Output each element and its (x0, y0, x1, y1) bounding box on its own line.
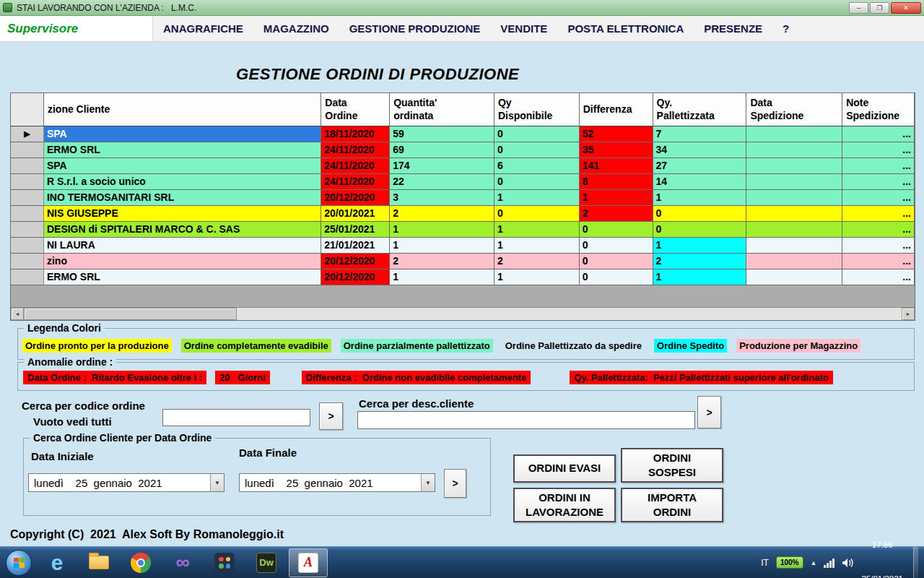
cell-qy-disponibile[interactable]: 0 (494, 126, 580, 142)
menu-help[interactable]: ? (772, 16, 799, 41)
cell-data-spedizione[interactable] (746, 174, 842, 190)
header-cliente[interactable]: zione Cliente (44, 93, 321, 126)
table-row[interactable]: ERMO SRL 24/11/2020 69 0 35 34 ... (11, 142, 915, 158)
cell-qy-disponibile[interactable]: 0 (494, 206, 580, 222)
cell-differenza[interactable]: 0 (580, 222, 653, 238)
table-row[interactable]: R S.r.l. a socio unico 24/11/2020 22 0 8… (11, 174, 915, 190)
cell-data-spedizione[interactable] (746, 222, 842, 238)
menu-posta-elettronica[interactable]: POSTA ELETTRONICA (557, 16, 694, 41)
chrome-icon[interactable] (121, 548, 160, 577)
header-quantita-ordinata[interactable]: Quantita' ordinata (390, 93, 494, 126)
row-header[interactable] (11, 254, 44, 269)
cell-client[interactable]: SPA (44, 158, 321, 174)
edge-icon[interactable]: e (38, 548, 77, 577)
search-code-button[interactable]: > (319, 402, 343, 430)
cell-qta-ordinata[interactable]: 22 (390, 174, 494, 190)
cell-differenza[interactable]: 0 (580, 238, 653, 254)
dreamweaver-icon[interactable]: Dw (247, 548, 286, 577)
importa-ordini-button[interactable]: IMPORTA ORDINI (621, 488, 723, 522)
table-row[interactable]: ERMO SRL 20/12/2020 1 1 0 1 ... (11, 269, 915, 285)
cell-data-spedizione[interactable] (746, 158, 842, 174)
cell-note[interactable]: ... (842, 269, 915, 285)
cell-qy-pallettizzata[interactable]: 2 (653, 254, 747, 269)
menu-anagrafiche[interactable]: ANAGRAFICHE (153, 16, 253, 41)
cell-client[interactable]: zino (44, 254, 321, 269)
menu-magazzino[interactable]: MAGAZZINO (253, 16, 339, 41)
ordini-in-lavorazione-button[interactable]: ORDINI IN LAVORAZIONE (513, 488, 616, 522)
cell-note[interactable]: ... (842, 206, 915, 222)
cell-note[interactable]: ... (842, 142, 915, 158)
date-filter-go-button[interactable]: > (444, 469, 466, 498)
cell-client[interactable]: SPA (44, 126, 321, 142)
cell-note[interactable]: ... (842, 190, 915, 206)
cell-note[interactable]: ... (842, 222, 915, 238)
scroll-right-icon[interactable]: ► (902, 308, 915, 320)
close-button[interactable]: ✕ (891, 2, 921, 14)
row-header[interactable]: ▶ (11, 126, 44, 142)
cell-note[interactable]: ... (842, 254, 915, 269)
battery-indicator[interactable]: 100% (776, 556, 803, 569)
cell-differenza[interactable]: 35 (580, 142, 653, 158)
cell-qta-ordinata[interactable]: 1 (390, 269, 494, 285)
cell-qta-ordinata[interactable]: 2 (390, 254, 494, 269)
cell-note[interactable]: ... (842, 174, 915, 190)
cell-data-ordine[interactable]: 18/11/2020 (321, 126, 390, 142)
cell-qta-ordinata[interactable]: 3 (390, 190, 494, 206)
language-indicator[interactable]: IT (761, 558, 769, 568)
menu-gestione-produzione[interactable]: GESTIONE PRODUZIONE (339, 16, 491, 41)
cell-note[interactable]: ... (842, 158, 915, 174)
cell-qta-ordinata[interactable]: 59 (390, 126, 494, 142)
row-header[interactable] (11, 269, 44, 285)
header-qy-disponibile[interactable]: Qy Disponibile (494, 93, 580, 126)
cell-qta-ordinata[interactable]: 69 (390, 142, 494, 158)
start-button[interactable] (6, 550, 32, 576)
table-row[interactable]: INO TERMOSANITARI SRL 20/12/2020 3 1 1 1… (11, 190, 915, 206)
cell-qy-pallettizzata[interactable]: 1 (653, 190, 747, 206)
header-note-spedizione[interactable]: Note Spedizione (842, 93, 915, 126)
cell-client[interactable]: DESIGN di SPITALERI MARCO & C. SAS (44, 222, 321, 238)
cell-data-ordine[interactable]: 20/12/2020 (321, 254, 390, 269)
search-client-input[interactable] (357, 411, 695, 429)
cell-data-ordine[interactable]: 24/11/2020 (321, 142, 390, 158)
hidden-icons-arrow-icon[interactable]: ▲ (811, 559, 817, 566)
row-header[interactable] (11, 142, 44, 158)
header-qy-pallettizzata[interactable]: Qy. Pallettizzata (653, 93, 747, 126)
palette-app-icon[interactable] (205, 548, 244, 577)
cell-data-ordine[interactable]: 25/01/2021 (321, 222, 390, 238)
cell-data-spedizione[interactable] (746, 126, 842, 142)
cell-client[interactable]: ERMO SRL (44, 269, 321, 285)
cell-qy-disponibile[interactable]: 1 (494, 190, 580, 206)
cell-differenza[interactable]: 1 (580, 190, 653, 206)
search-code-input[interactable] (162, 409, 310, 426)
table-row[interactable]: ▶ SPA 18/11/2020 59 0 52 7 ... (11, 126, 915, 142)
cell-data-ordine[interactable]: 20/01/2021 (321, 206, 390, 222)
header-data-spedizione[interactable]: Data Spedizione (746, 93, 842, 126)
cell-client[interactable]: NI LAURA (44, 238, 321, 254)
menu-presenze[interactable]: PRESENZE (694, 16, 772, 41)
search-client-button[interactable]: > (697, 396, 721, 428)
cell-qy-disponibile[interactable]: 0 (494, 142, 580, 158)
cell-data-spedizione[interactable] (746, 142, 842, 158)
cell-data-ordine[interactable]: 21/01/2021 (321, 238, 390, 254)
date-end-dropdown[interactable]: lunedì 25 gennaio 2021 ▼ (239, 473, 435, 492)
header-data-ordine[interactable]: Data Ordine (321, 93, 390, 126)
cell-differenza[interactable]: 52 (580, 126, 653, 142)
cell-data-ordine[interactable]: 24/11/2020 (321, 158, 390, 174)
cell-qta-ordinata[interactable]: 2 (390, 206, 494, 222)
cell-qy-disponibile[interactable]: 1 (494, 238, 580, 254)
row-header[interactable] (11, 174, 44, 190)
cell-client[interactable]: ERMO SRL (44, 142, 321, 158)
cell-data-spedizione[interactable] (746, 206, 842, 222)
header-differenza[interactable]: Differenza (580, 93, 653, 126)
cell-qy-pallettizzata[interactable]: 14 (653, 174, 747, 190)
scrollbar-thumb[interactable] (24, 308, 237, 320)
cell-qy-pallettizzata[interactable]: 34 (653, 142, 747, 158)
cell-qy-pallettizzata[interactable]: 7 (653, 126, 747, 142)
cell-data-spedizione[interactable] (746, 254, 842, 269)
cell-qta-ordinata[interactable]: 1 (390, 222, 494, 238)
row-header[interactable] (11, 158, 44, 174)
row-header[interactable] (11, 238, 44, 254)
cell-differenza[interactable]: 141 (580, 158, 653, 174)
cell-differenza[interactable]: 8 (580, 174, 653, 190)
clock[interactable]: 17:56 25/01/2021 (861, 517, 903, 578)
